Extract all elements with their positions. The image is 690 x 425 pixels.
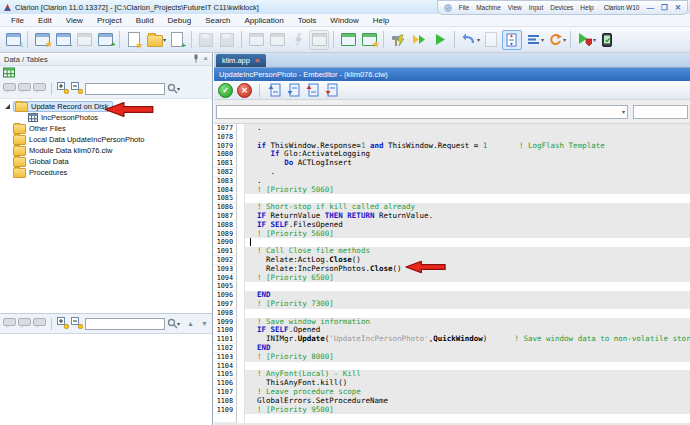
menu-help[interactable]: Help — [366, 16, 396, 25]
bottom-search-input[interactable] — [85, 318, 165, 330]
open-application-button[interactable]: ↓ — [3, 30, 23, 50]
comment-bubble-icon[interactable] — [18, 315, 31, 333]
embeditor-titlebar[interactable]: UpdateIncPersonPhoto - Embeditor - (klim… — [214, 68, 690, 81]
menu-tools[interactable]: Tools — [291, 16, 324, 25]
code-text[interactable]: INIMgr.Update('UpdateIncPersonPhoto',Qui… — [245, 335, 690, 344]
window-options-button[interactable] — [309, 30, 329, 50]
search-options-caret[interactable]: ▾ — [177, 85, 180, 92]
code-text[interactable]: Do ACTLogInsert — [245, 159, 690, 168]
embed-point-combobox[interactable]: ▾ — [216, 105, 628, 119]
window-wizard-button[interactable]: ★ — [359, 30, 379, 50]
menu-window[interactable]: Window — [323, 16, 365, 25]
comment-bubble-icon[interactable] — [3, 315, 16, 333]
vm-menu-file[interactable]: File — [459, 4, 469, 11]
code-text[interactable]: ! [Priority 7300] — [245, 300, 690, 309]
synchronize-button[interactable] — [545, 30, 565, 50]
add-application-button[interactable]: + — [95, 30, 115, 50]
code-line-1109[interactable]: 1109 ! [Priority 9500] — [214, 406, 690, 415]
code-line-partial[interactable] — [214, 414, 690, 423]
code-text[interactable]: ! [Priority 6500] — [245, 274, 690, 283]
code-editor[interactable]: 1077 .10781079 if ThisWindow.Response=1 … — [214, 124, 690, 425]
vm-menu-help[interactable]: Help — [580, 4, 593, 11]
code-line-1089[interactable]: 1089 ! [Priority 5600] — [214, 230, 690, 239]
code-line-1094[interactable]: 1094 ! [Priority 6500] — [214, 274, 690, 283]
code-line-1103[interactable]: 1103 ! [Priority 8000] — [214, 353, 690, 362]
menu-file[interactable]: File — [4, 16, 31, 25]
comment-bubble-icon[interactable] — [33, 315, 46, 333]
accept-button[interactable]: ✓ — [218, 83, 233, 98]
code-text[interactable]: ! [Priority 9500] — [245, 406, 690, 415]
run-with-debugger-button[interactable] — [575, 30, 595, 50]
tree-item-procedures[interactable]: Procedures — [0, 167, 212, 178]
code-line-1081[interactable]: 1081 Do ACTLogInsert — [214, 159, 690, 168]
tree-item-module-data-klim076-clw[interactable]: Module Data klim076.clw — [0, 145, 212, 156]
mobile-device-button[interactable] — [597, 30, 617, 50]
vm-menu-input[interactable]: Input — [529, 4, 543, 11]
comment-bubble-icon[interactable] — [3, 80, 16, 98]
copy-application-button[interactable]: → — [53, 30, 73, 50]
tree-item-global-data[interactable]: Global Data — [0, 156, 212, 167]
vm-menu-machine[interactable]: Machine — [476, 4, 501, 11]
generate-code-button[interactable] — [502, 30, 522, 50]
previous-filled-embed-button[interactable] — [305, 83, 320, 98]
code-text[interactable]: ! [Priority 8000] — [245, 353, 690, 362]
next-filled-embed-button[interactable] — [324, 83, 339, 98]
navigate-back-button[interactable] — [459, 30, 479, 50]
vm-menu-view[interactable]: View — [508, 4, 522, 11]
code-text[interactable]: ! [Priority 5600] — [245, 230, 690, 239]
code-text[interactable]: . — [245, 168, 690, 177]
embed-list-button[interactable] — [523, 30, 543, 50]
tree-item-other-files[interactable]: Other Files — [0, 123, 212, 134]
menu-project[interactable]: Project — [90, 16, 129, 25]
code-text[interactable]: ! [Priority 5060] — [245, 186, 690, 195]
pin-icon[interactable] — [192, 54, 199, 65]
tab-close-icon[interactable]: × — [255, 57, 260, 65]
move-up-icon[interactable]: ▲ — [187, 320, 194, 327]
menu-edit[interactable]: Edit — [31, 16, 59, 25]
tree-item-incpersonphotos[interactable]: IncPersonPhotos — [0, 112, 212, 123]
tree-item-update-record-on-disk[interactable]: Update Record on Disk — [0, 101, 212, 112]
panel-close-icon[interactable]: × — [203, 55, 208, 63]
secondary-field[interactable] — [633, 105, 688, 119]
menu-debug[interactable]: Debug — [161, 16, 199, 25]
menu-application[interactable]: Application — [238, 16, 291, 25]
code-text[interactable] — [245, 282, 690, 291]
tab-klim-app[interactable]: klim.app × — [216, 54, 266, 67]
comment-bubble-icon[interactable] — [18, 80, 31, 98]
collapse-all-icon[interactable] — [71, 315, 83, 333]
code-line-1097[interactable]: 1097 ! [Priority 7300] — [214, 300, 690, 309]
menu-view[interactable]: View — [59, 16, 90, 25]
previous-embed-button[interactable] — [267, 83, 282, 98]
build-button[interactable] — [388, 30, 408, 50]
move-down-icon[interactable]: ▼ — [201, 320, 208, 327]
tree-search-input[interactable] — [85, 83, 165, 95]
code-line-1084[interactable]: 1084 ! [Priority 5060] — [214, 186, 690, 195]
new-application-button[interactable]: ★ — [32, 30, 52, 50]
code-line-1077[interactable]: 1077 . — [214, 124, 690, 133]
build-and-generate-button[interactable] — [409, 30, 429, 50]
expand-all-icon[interactable] — [57, 80, 69, 98]
code-line-1095[interactable]: 1095 — [214, 282, 690, 291]
new-item-button[interactable]: + — [167, 30, 187, 50]
collapse-all-icon[interactable] — [71, 80, 83, 98]
vm-close-button[interactable]: ✕ — [675, 4, 681, 11]
code-text[interactable]: . — [245, 124, 690, 133]
code-line-1082[interactable]: 1082 . — [214, 168, 690, 177]
menu-search[interactable]: Search — [198, 16, 237, 25]
menu-build[interactable]: Build — [129, 16, 161, 25]
expand-all-icon[interactable] — [57, 315, 69, 333]
next-embed-button[interactable] — [286, 83, 301, 98]
vm-menu-devices[interactable]: Devices — [550, 4, 573, 11]
tree-item-local-data-updateincpersonphoto[interactable]: Local Data UpdateIncPersonPhoto — [0, 134, 212, 145]
run-button[interactable] — [430, 30, 450, 50]
code-text[interactable] — [245, 414, 690, 423]
search-options-caret[interactable]: ▾ — [177, 320, 180, 327]
expander-icon[interactable] — [5, 104, 10, 109]
open-file-button[interactable] — [145, 30, 165, 50]
vm-minimize-button[interactable]: — — [646, 4, 654, 11]
redraw-window-button[interactable] — [338, 30, 358, 50]
vm-restore-button[interactable]: ❐ — [661, 4, 668, 11]
cancel-button[interactable]: ✕ — [237, 83, 252, 98]
comment-bubble-icon[interactable] — [33, 80, 46, 98]
code-line-1101[interactable]: 1101 INIMgr.Update('UpdateIncPersonPhoto… — [214, 335, 690, 344]
